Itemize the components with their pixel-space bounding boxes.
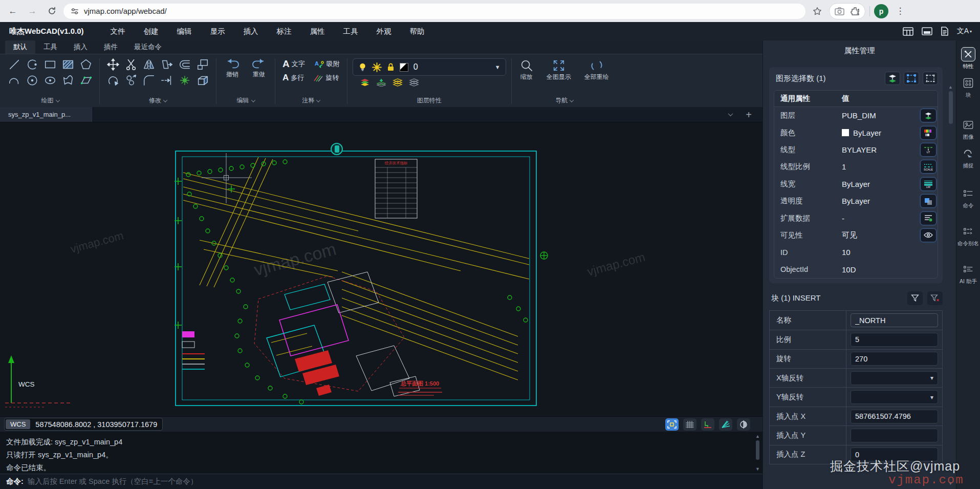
menu-edit[interactable]: 编辑 [174,25,195,38]
ribbon-tab-recent-commands[interactable]: 最近命令 [126,40,170,54]
prop-row-color[interactable]: 颜色 ByLayer [774,124,938,141]
layer-dropdown-arrow-icon[interactable]: ▼ [495,64,500,70]
zoom-button[interactable]: 缩放 [517,58,536,82]
mtext-button[interactable]: A多行 [280,72,306,83]
lineweight-picker-icon[interactable]: LW [920,177,937,191]
cad-canvas[interactable]: vjmap.com vjmap.com vjmap.com [0,122,763,416]
scroll-down-icon[interactable]: ▼ [755,466,760,472]
annot-rotate-button[interactable]: 旋转 [311,72,341,83]
ribbon-tab-plugins[interactable]: 插件 [96,40,126,54]
tool-fillet-icon[interactable] [141,72,157,88]
screenshot-camera-icon[interactable] [835,7,844,15]
prop-row-layer[interactable]: 图层 PUB_DIM [774,107,938,124]
menu-help[interactable]: 帮助 [407,25,428,38]
tool-rotate-icon[interactable] [105,72,121,88]
tool-trim-icon[interactable] [123,56,139,72]
menu-insert[interactable]: 插入 [241,25,262,38]
document-tab[interactable]: sys_zp_v1_main_p... [0,107,92,122]
ribbon-tab-insert[interactable]: 插入 [66,40,96,54]
scroll-down-icon[interactable]: ▼ [948,481,953,486]
transparency-picker-icon[interactable] [920,194,937,208]
linetype-scale-icon[interactable]: SCALE [920,160,937,174]
layer-off-icon[interactable] [409,78,419,87]
menu-properties[interactable]: 属性 [307,25,328,38]
command-prompt[interactable]: 命令: 输入后按 Enter 或 Space 执行（空白=上一个命令） [0,474,763,489]
tool-spline-icon[interactable] [60,72,76,88]
browser-profile-avatar[interactable]: p [874,4,888,18]
browser-menu-dots-icon[interactable]: ⋮ [892,4,908,19]
select-highlight-icon[interactable] [904,72,919,85]
tool-box-icon[interactable] [194,72,211,88]
tool-stretch-icon[interactable] [159,56,175,72]
panel-scrollbar[interactable]: ▲ ▼ [947,84,954,486]
tool-hatch-icon[interactable] [60,56,76,72]
browser-back-icon[interactable]: ← [5,4,20,19]
tool-extend-icon[interactable] [159,72,175,88]
ribbon-tab-tools[interactable]: 工具 [35,40,66,54]
ortho-toggle-icon[interactable] [701,418,714,431]
tool-polyline-icon[interactable] [78,72,94,88]
browser-forward-icon[interactable]: → [25,4,40,19]
visibility-eye-icon[interactable] [920,228,937,242]
scrollbar-thumb[interactable] [756,440,759,460]
clear-filter-icon[interactable] [927,291,943,305]
flip-x-select[interactable]: ▾ [851,371,938,385]
tool-move-icon[interactable] [105,56,121,72]
strip-item-snap[interactable]: 捕捉 [956,145,980,170]
zoom-extents-button[interactable]: 全图显示 [543,58,574,82]
document-icon[interactable] [941,27,949,36]
group-label-nav[interactable]: 导航 [555,95,573,107]
deselect-icon[interactable] [923,72,938,85]
color-picker-icon[interactable] [920,126,937,140]
tool-mirror-icon[interactable] [141,56,157,72]
scrollbar-thumb[interactable] [949,91,953,124]
menu-tools[interactable]: 工具 [340,25,361,38]
isometric-toggle-icon[interactable] [737,418,750,431]
scroll-up-icon[interactable]: ▲ [948,84,953,90]
layer-states-icon[interactable] [393,78,403,87]
strip-item-command-alias[interactable]: 命令别名 [956,223,980,248]
translate-icon[interactable]: 文A▾ [957,27,972,36]
url-bar[interactable]: vjmap.com/app/webcad/ [63,4,805,19]
prop-row-visibility[interactable]: 可见性 可见 [774,227,938,244]
group-label-draw[interactable]: 绘图 [41,95,59,107]
tool-rectangle-icon[interactable] [42,56,58,72]
extensions-puzzle-icon[interactable] [851,7,860,16]
layer-on-bulb-icon[interactable] [358,62,367,72]
tool-ellipse-icon[interactable] [42,72,58,88]
prop-row-lineweight[interactable]: 线宽 ByLayer LW [774,176,938,193]
tab-list-chevron-icon[interactable] [726,110,735,119]
group-label-edit[interactable]: 编辑 [237,95,255,107]
layer-lock-icon[interactable] [387,62,395,72]
redo-button[interactable]: 重做 [248,56,270,80]
prop-row-transparency[interactable]: 透明度 ByLayer [774,193,938,209]
prop-row-linetype[interactable]: 线型 BYLAYER LT [774,141,938,158]
fullscreen-icon[interactable] [922,27,932,35]
browser-reload-icon[interactable] [44,4,59,19]
prop-row-linetype-scale[interactable]: 线型比例 1 SCALE [774,158,938,175]
menu-file[interactable]: 文件 [107,25,128,38]
move-to-layer-icon[interactable] [885,72,900,85]
block-name-input[interactable] [851,313,938,327]
tool-circle-icon[interactable] [24,72,40,88]
menu-annotate[interactable]: 标注 [274,25,295,38]
filter-icon[interactable] [907,291,923,305]
tool-array-icon[interactable] [194,56,211,72]
new-tab-icon[interactable]: + [744,110,753,119]
undo-button[interactable]: 撤销 [222,56,243,80]
flip-y-select[interactable]: ▾ [851,390,938,404]
site-info-icon[interactable] [71,7,79,15]
layer-color-swatch[interactable] [400,63,408,72]
text-button[interactable]: A文字 [280,58,307,70]
strip-item-ai-assistant[interactable]: AI 助手 [956,261,980,286]
snap-button[interactable]: A 吸附 [312,58,342,70]
polar-tracking-toggle-icon[interactable] [719,418,732,431]
menu-create[interactable]: 创建 [141,25,162,38]
layer-picker-icon[interactable] [920,109,937,122]
strip-item-block[interactable]: 块 [956,74,980,99]
group-label-annotate[interactable]: 注释 [302,95,320,107]
group-label-layer[interactable]: 图层特性 [417,95,442,107]
table-view-icon[interactable] [903,27,913,36]
insert-z-input[interactable] [851,448,938,461]
tool-copy-icon[interactable] [123,72,139,88]
